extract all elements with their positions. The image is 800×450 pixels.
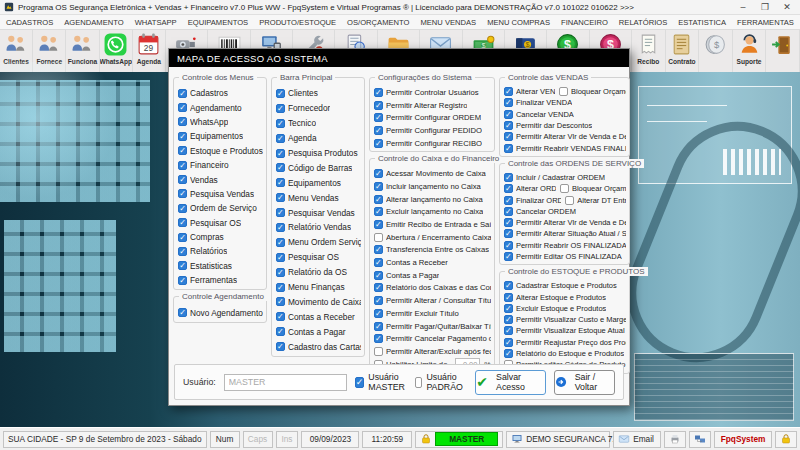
checkbox-pesquisar-os[interactable]: ✓Pesquisar OS	[178, 218, 241, 228]
checkbox-permitir-visualizar-custo-e-margens[interactable]: ✓Permitir Visualizar Custo e Margens	[504, 315, 626, 324]
menu-equipamentos[interactable]: EQUIPAMENTOS	[188, 18, 248, 27]
checkbox-excluir-lan-amento-no-caixa[interactable]: ✓Excluir lançamento no Caixa	[374, 207, 483, 216]
checkbox-cancelar-venda[interactable]: ✓Cancelar VENDA	[504, 110, 574, 119]
checkbox-emitir-recibo-de-entrada-e-sa-da[interactable]: ✓Emitir Recibo de Entrada e Saída	[374, 220, 491, 229]
checkbox-contas-a-receber[interactable]: ✓Contas a Receber	[276, 312, 355, 322]
menu-produto-estoque[interactable]: PRODUTO/ESTOQUE	[259, 18, 336, 27]
checkbox-cadastrar-estoque-e-produtos[interactable]: ✓Cadastrar Estoque e Produtos	[504, 281, 617, 290]
checkbox-permitir-pagar-quitar-baixar-t-tulo[interactable]: ✓Permitir Pagar/Quitar/Baixar Título	[374, 322, 491, 331]
checkbox-permitir-visualizar-estoque-atual-e-minimo[interactable]: ✓Permitir Visualizar Estoque Atual e Min…	[504, 326, 626, 335]
checkbox-cadastros[interactable]: ✓Cadastros	[178, 88, 228, 98]
menu-estatistica[interactable]: ESTATISTICA	[678, 18, 726, 27]
checkbox-movimento-de-caixa[interactable]: ✓Movimento de Caixa	[276, 297, 361, 307]
toolbar-recibo-button[interactable]: Recibo	[632, 30, 666, 73]
checkbox-permitir-alterar-excluir-ap-s-fechamento[interactable]: Permitir Alterar/Excluir após fechamento	[374, 347, 491, 356]
checkbox-pesquisar-os[interactable]: ✓Pesquisar OS	[276, 252, 339, 262]
checkbox-contas-a-pagar[interactable]: ✓Contas a Pagar	[276, 327, 346, 337]
checkbox-permitir-reabrir-vendas-finalizadas[interactable]: ✓Permitir Reabrir VENDAS FINALIZADAS	[504, 144, 626, 153]
menu-cadastros[interactable]: CADASTROS	[6, 18, 53, 27]
sair-voltar-button[interactable]: Sair / Voltar	[554, 370, 616, 395]
minimize-button[interactable]: –	[734, 2, 752, 12]
checkbox-agendamento[interactable]: ✓Agendamento	[178, 103, 242, 113]
checkbox-novo-agendamento[interactable]: ✓Novo Agendamento	[178, 308, 263, 318]
checkbox-fornecedor[interactable]: ✓Fornecedor	[276, 103, 330, 113]
menu-ferramentas[interactable]: FERRAMENTAS	[737, 18, 794, 27]
checkbox-incluir-lan-amento-no-caixa[interactable]: ✓Incluir lançamento no Caixa	[374, 182, 481, 191]
checkbox-permitir-reabrir-os-finalizada[interactable]: ✓Permitir Reabrir OS FINALIZADA	[504, 241, 626, 250]
checkbox-alterar-lan-amento-no-caixa[interactable]: ✓Alterar lançamento no Caixa	[374, 195, 483, 204]
checkbox-abertura-encerramento-caixa[interactable]: Abertura / Encerramento Caixa	[374, 233, 491, 242]
checkbox-estoque-e-produtos[interactable]: ✓Estoque e Produtos	[178, 146, 263, 156]
checkbox-pesquisar-vendas[interactable]: ✓Pesquisar Vendas	[276, 208, 355, 218]
checkbox-equipamentos[interactable]: ✓Equipamentos	[276, 178, 341, 188]
checkbox-pesquisa-produtos[interactable]: ✓Pesquisa Produtos	[276, 148, 358, 158]
checkbox-c-digo-de-barras[interactable]: ✓Código de Barras	[276, 163, 353, 173]
checkbox-alterar-dt-entrega[interactable]: Alterar DT Entrega	[565, 196, 626, 205]
usuario-master-option[interactable]: ✓ Usuário MASTER	[355, 372, 407, 392]
checkbox-permitir-alterar-vlr-de-venda-e-descri-o[interactable]: ✓Permitir Alterar Vlr de Venda e Descriç…	[504, 218, 626, 227]
checkbox-acessar-movimento-de-caixa[interactable]: ✓Acessar Movimento de Caixa	[374, 169, 486, 178]
checkbox-permitir-configurar-recibo[interactable]: ✓Permitir Configurar RECIBO	[374, 139, 482, 148]
checkbox-finalizar-venda[interactable]: ✓Finalizar VENDA	[504, 98, 572, 107]
checkbox-permitir-reajustar-pre-o-dos-produtos[interactable]: ✓Permitir Reajustar Preço dos Produtos	[504, 338, 626, 347]
close-button[interactable]: ✕	[778, 2, 796, 12]
checkbox-cadastro-das-cartas[interactable]: ✓Cadastro das Cartas	[276, 342, 361, 352]
checkbox-estatisticas[interactable]: ✓Estatisticas	[178, 261, 232, 271]
menu-financeiro[interactable]: FINANCEIRO	[561, 18, 608, 27]
checkbox-permitir-cancelar-pagamento-do-t-tulo[interactable]: ✓Permitir Cancelar Pagamento do Título	[374, 334, 491, 343]
menu-relat-rios[interactable]: RELATÓRIOS	[619, 18, 667, 27]
status-printer[interactable]	[664, 431, 686, 448]
usuario-input[interactable]	[224, 374, 347, 391]
checkbox-vendas[interactable]: ✓Vendas	[178, 175, 218, 185]
checkbox-permitir-dar-descontos[interactable]: ✓Permitir dar Descontos	[504, 121, 592, 130]
checkbox-relat-rio-da-os[interactable]: ✓Relatório da OS	[276, 267, 347, 277]
checkbox-transferencia-entre-os-caixas[interactable]: ✓Transferencia Entre os Caixas	[374, 245, 489, 254]
checkbox-cancelar-ordem[interactable]: ✓Cancelar ORDEM	[504, 207, 576, 216]
usuario-padrao-option[interactable]: Usuário PADRÃO	[415, 372, 467, 392]
checkbox-equipamentos[interactable]: ✓Equipamentos	[178, 131, 243, 141]
checkbox-whatsapp[interactable]: ✓WhatsApp	[178, 117, 228, 127]
checkbox-alterar-venda[interactable]: ✓Alterar VENDA	[504, 87, 555, 96]
checkbox-permitir-alterar-consultar-t-tulo[interactable]: ✓Permitir Alterar / Consultar Título	[374, 296, 491, 305]
toolbar-coin-button[interactable]: $	[699, 30, 733, 73]
menu-menu-vendas[interactable]: MENU VENDAS	[420, 18, 476, 27]
checkbox-relat-rios[interactable]: ✓Relatórios	[178, 246, 227, 256]
checkbox-permitir-alterar-registro[interactable]: ✓Permitir Alterar Registro	[374, 101, 468, 110]
checkbox-permitir-alterar-vlr-de-venda-e-descri-o[interactable]: ✓Permitir Alterar Vlr de Venda e Descriç…	[504, 132, 626, 141]
menu-agendamento[interactable]: AGENDAMENTO	[64, 18, 123, 27]
checkbox-financeiro[interactable]: ✓Financeiro	[178, 160, 229, 170]
checkbox-agenda[interactable]: ✓Agenda	[276, 133, 317, 143]
salvar-acesso-button[interactable]: ✔ Salvar Acesso	[475, 370, 545, 395]
checkbox-clientes[interactable]: ✓Clientes	[276, 88, 318, 98]
checkbox-contas-a-pagar[interactable]: ✓Contas a Pagar	[374, 271, 439, 280]
checkbox-relat-rio-do-estoque-e-produtos[interactable]: ✓Relatório do Estoque e Produtos	[504, 349, 624, 358]
checkbox-finalizar-ordem[interactable]: ✓Finalizar ORDEM	[504, 196, 561, 205]
checkbox-menu-finan-as[interactable]: ✓Menu Finanças	[276, 282, 345, 292]
checkbox-tecnico[interactable]: ✓Tecnico	[276, 118, 316, 128]
toolbar-door-button[interactable]	[766, 30, 800, 73]
menu-os-or-amento[interactable]: OS/ORÇAMENTO	[347, 18, 409, 27]
checkbox-compras[interactable]: ✓Compras	[178, 232, 224, 242]
checkbox-permitir-controlar-usu-rios[interactable]: ✓Permitir Controlar Usuários	[374, 88, 479, 97]
checkbox-contas-a-receber[interactable]: ✓Contas a Receber	[374, 258, 448, 267]
checkbox-incluir-cadastrar-ordem[interactable]: ✓Incluir / Cadastrar ORDEM	[504, 173, 605, 182]
checkbox-permitir-excluir-t-tulo[interactable]: ✓Permitir Excluir Título	[374, 309, 459, 318]
toolbar-suporte-button[interactable]: Suporte	[733, 30, 767, 73]
checkbox-bloquear-or-amento[interactable]: Bloquear Orçamento	[559, 87, 626, 96]
checkbox-ordem-de-servi-o[interactable]: ✓Ordem de Serviço	[178, 203, 257, 213]
checkbox-permitir-alterar-situa-o-atual-status[interactable]: ✓Permitir Alterar Situação Atual / Statu…	[504, 229, 626, 238]
checkbox-relat-rio-vendas[interactable]: ✓Relatório Vendas	[276, 222, 351, 232]
checkbox-permitir-configurar-ordem[interactable]: ✓Permitir Configurar ORDEM	[374, 113, 481, 122]
checkbox-menu-vendas[interactable]: ✓Menu Vendas	[276, 193, 339, 203]
checkbox-relat-rio-dos-caixas-e-das-contas[interactable]: ✓Relatório dos Caixas e das Contas	[374, 283, 491, 292]
checkbox-alterar-ordem[interactable]: ✓Alterar ORDEM	[504, 184, 556, 193]
checkbox-ferramentas[interactable]: ✓Ferramentas	[178, 275, 237, 285]
checkbox-pesquisa-vendas[interactable]: ✓Pesquisa Vendas	[178, 189, 254, 199]
status-network[interactable]	[689, 431, 711, 448]
checkbox-menu-ordem-servi-o[interactable]: ✓Menu Ordem Serviço	[276, 237, 361, 247]
checkbox-permitir-editar-os-finalizada[interactable]: ✓Permitir Editar OS FINALIZADA	[504, 252, 622, 261]
checkbox-excluir-estoque-e-produtos[interactable]: ✓Excluir Estoque e Produtos	[504, 304, 606, 313]
checkbox-permitir-configurar-pedido[interactable]: ✓Permitir Configurar PEDIDO	[374, 126, 482, 135]
toolbar-contrato-button[interactable]: Contrato	[666, 30, 700, 73]
checkbox-alterar-estoque-e-produtos[interactable]: ✓Alterar Estoque e Produtos	[504, 293, 606, 302]
